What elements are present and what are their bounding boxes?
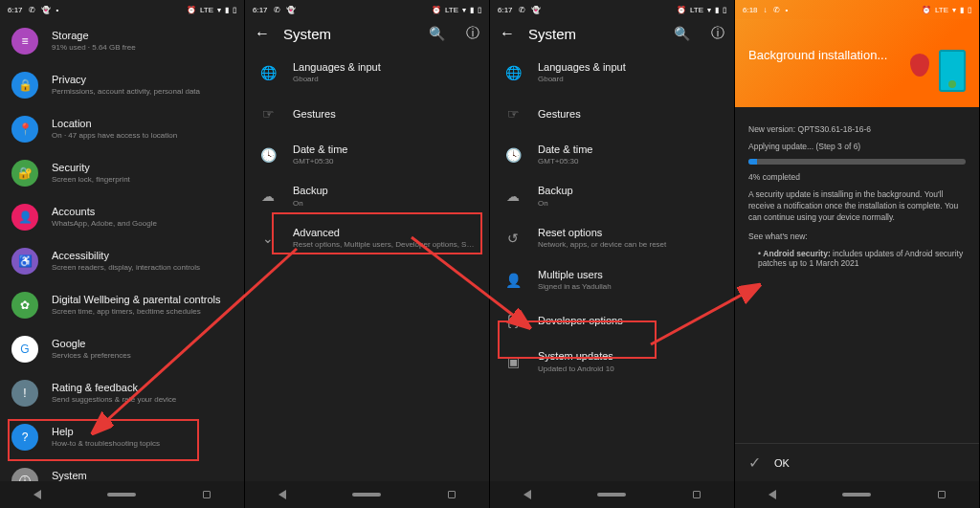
item-subtitle: Gboard	[293, 75, 478, 84]
help-icon[interactable]: ⓘ	[466, 25, 479, 42]
list-item[interactable]: ✿Digital Wellbeing & parental controlsSc…	[0, 283, 244, 327]
item-title: Accounts	[52, 205, 233, 218]
update-header: Background installation...	[735, 19, 979, 107]
help-icon[interactable]: ⓘ	[711, 25, 724, 42]
signal-icon: ▮	[470, 6, 474, 14]
search-icon[interactable]: 🔍	[429, 26, 445, 41]
item-icon: ✿	[11, 292, 38, 319]
nav-back-icon[interactable]	[768, 490, 776, 499]
search-icon[interactable]: 🔍	[674, 26, 690, 41]
item-subtitle: Permissions, account activity, personal …	[52, 87, 233, 97]
item-icon: G	[11, 336, 38, 363]
item-title: Reset options	[538, 226, 723, 239]
whats-new-label: See what's new:	[748, 232, 966, 241]
item-icon: 🕓	[256, 144, 279, 166]
item-subtitle: Screen time, app timers, bedtime schedul…	[52, 307, 233, 317]
item-subtitle: Screen readers, display, interaction con…	[52, 263, 233, 273]
list-item[interactable]: { }Developer options	[490, 300, 734, 341]
wifi-icon: ▾	[952, 6, 956, 14]
clock: 6:17	[498, 6, 513, 14]
percent-text: 4% completed	[748, 172, 966, 182]
nav-recents-icon[interactable]	[203, 491, 211, 498]
nav-recents-icon[interactable]	[693, 491, 701, 498]
item-icon: ♿	[11, 248, 38, 275]
signal-icon: ▮	[225, 6, 229, 14]
item-icon: ≡	[11, 28, 38, 55]
back-icon[interactable]: ←	[255, 25, 270, 42]
list-item[interactable]: ▣System updatesUpdated to Android 10	[490, 341, 734, 383]
status-bar: 6:17✆👻 ⏰LTE▾▮▯	[490, 0, 734, 19]
item-title: Help	[52, 425, 233, 438]
item-icon: ☁	[501, 185, 524, 208]
nav-bar	[245, 481, 489, 508]
ok-button[interactable]: OK	[774, 457, 790, 469]
nav-home-icon[interactable]	[352, 493, 381, 497]
status-bar: 6:17✆👻• ⏰LTE▾▮▯	[0, 0, 244, 19]
nav-home-icon[interactable]	[107, 493, 136, 497]
clock: 6:18	[743, 6, 758, 14]
item-subtitle: GMT+05:30	[538, 157, 723, 166]
lte-icon: LTE	[445, 6, 458, 14]
lte-icon: LTE	[935, 6, 948, 14]
item-icon: ⌄	[256, 227, 279, 250]
item-title: Digital Wellbeing & parental controls	[52, 293, 233, 306]
battery-icon: ▯	[478, 6, 481, 14]
list-item[interactable]: !Rating & feedbackSend suggestions & rat…	[0, 371, 244, 415]
list-item[interactable]: 🔐SecurityScreen lock, fingerprint	[0, 151, 244, 195]
alarm-icon: ⏰	[922, 6, 931, 14]
list-item[interactable]: ☞Gestures	[490, 94, 734, 134]
nav-recents-icon[interactable]	[448, 491, 456, 498]
nav-bar	[0, 481, 244, 508]
list-item[interactable]: 🕓Date & timeGMT+05:30	[245, 134, 489, 176]
item-title: Privacy	[52, 73, 233, 86]
clock: 6:17	[253, 6, 268, 14]
list-item[interactable]: 📍LocationOn · 47 apps have access to loc…	[0, 107, 244, 151]
wifi-icon: ▾	[462, 6, 466, 14]
signal-icon: ▮	[715, 6, 719, 14]
list-item[interactable]: ↺Reset optionsNetwork, apps, or device c…	[490, 217, 734, 259]
item-icon: ☞	[501, 102, 524, 125]
list-item[interactable]: ?HelpHow-to & troubleshooting topics	[0, 415, 244, 459]
item-icon: 🕓	[501, 144, 524, 166]
list-item[interactable]: ☁BackupOn	[245, 175, 489, 217]
list-item[interactable]: GGoogleServices & preferences	[0, 327, 244, 371]
item-title: Date & time	[293, 143, 478, 156]
item-icon: ☞	[256, 102, 279, 125]
list-item[interactable]: 🕓Date & timeGMT+05:30	[490, 134, 734, 176]
item-icon: ↺	[501, 227, 524, 250]
nav-home-icon[interactable]	[842, 493, 871, 497]
item-subtitle: Screen lock, fingerprint	[52, 175, 233, 185]
list-item[interactable]: 👤AccountsWhatsApp, Adobe, and Google	[0, 195, 244, 239]
back-icon[interactable]: ←	[500, 25, 515, 42]
version-label: New version:	[748, 124, 795, 134]
list-item[interactable]: ⌄AdvancedReset options, Multiple users, …	[245, 217, 489, 259]
nav-back-icon[interactable]	[278, 490, 286, 499]
battery-icon: ▯	[968, 6, 971, 14]
list-item[interactable]: ≡Storage91% used · 5.64 GB free	[0, 19, 244, 63]
item-title: Security	[52, 161, 233, 174]
progress-bar	[748, 159, 966, 165]
list-item[interactable]: 🔒PrivacyPermissions, account activity, p…	[0, 63, 244, 107]
update-title: Background installation...	[748, 48, 966, 62]
item-icon: ⓘ	[11, 468, 38, 481]
nav-recents-icon[interactable]	[938, 491, 946, 498]
nav-home-icon[interactable]	[597, 493, 626, 497]
list-item[interactable]: ♿AccessibilityScreen readers, display, i…	[0, 239, 244, 283]
list-item[interactable]: ☁BackupOn	[490, 175, 734, 217]
item-subtitle: Services & preferences	[52, 351, 233, 361]
signal-icon: ▮	[960, 6, 964, 14]
status-bar: 6:18↓✆• ⏰LTE▾▮▯	[735, 0, 979, 19]
snapchat-icon: 👻	[531, 6, 541, 14]
list-item[interactable]: 👤Multiple usersSigned in as Yadullah	[490, 259, 734, 301]
list-item[interactable]: 🌐Languages & inputGboard	[245, 52, 489, 94]
list-item[interactable]: ⓘSystemLanguages, gestures, time, backup	[0, 459, 244, 481]
nav-back-icon[interactable]	[523, 490, 531, 499]
item-subtitle: Send suggestions & rate your device	[52, 395, 233, 405]
list-item[interactable]: ☞Gestures	[245, 94, 489, 134]
item-icon: ▣	[501, 350, 524, 373]
list-item[interactable]: 🌐Languages & inputGboard	[490, 52, 734, 94]
nav-back-icon[interactable]	[33, 490, 41, 499]
check-icon: ✓	[748, 453, 761, 472]
wifi-icon: ▾	[707, 6, 711, 14]
item-subtitle: Signed in as Yadullah	[538, 282, 723, 292]
